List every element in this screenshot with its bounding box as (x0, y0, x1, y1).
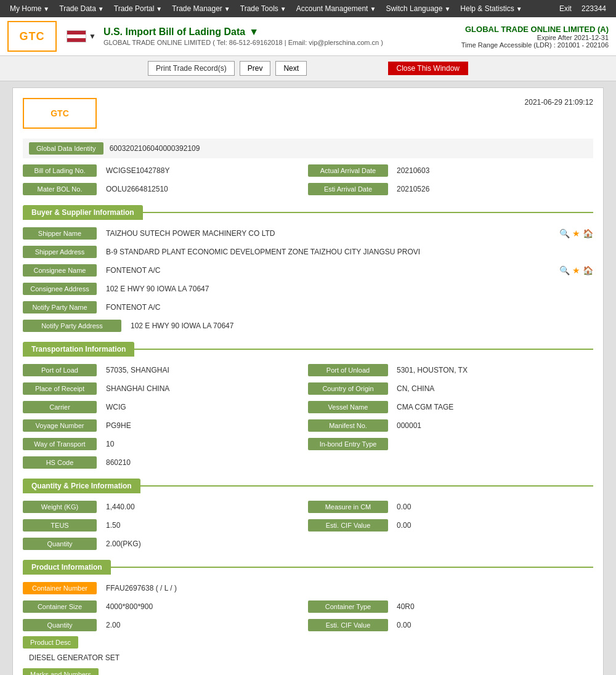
country-origin-value: CN, CHINA (393, 382, 593, 395)
chevron-down-icon: ▼ (43, 6, 49, 12)
bol-label: Bill of Lading No. (23, 164, 97, 177)
shipper-address-row: Shipper Address B-9 STANDARD PLANT ECONO… (23, 245, 593, 259)
home-icon[interactable]: 🏠 (583, 265, 593, 275)
card-header: GTC 2021-06-29 21:09:12 (23, 98, 593, 129)
quantity-label: Quantity (23, 538, 97, 550)
vessel-name-label: Vessel Name (308, 401, 388, 413)
top-action-bar: Print Trade Record(s) Prev Next Close Th… (0, 56, 616, 81)
manifest-no-value: 000001 (393, 419, 593, 432)
consignee-address-row: Consignee Address 102 E HWY 90 IOWA LA 7… (23, 281, 593, 296)
flag-area[interactable]: ▼ (67, 30, 96, 42)
consignee-name-label: Consignee Name (23, 264, 97, 277)
container-size-row: Container Size 4000*800*900 Container Ty… (23, 599, 593, 614)
product-quantity-row: Quantity 2.00 Esti. CIF Value 0.00 (23, 618, 593, 633)
shipper-name-value: TAIZHOU SUTECH POWER MACHINERY CO LTD (102, 226, 554, 241)
nav-account-management[interactable]: Account Management ▼ (291, 0, 381, 17)
search-icon[interactable]: 🔍 (559, 265, 570, 275)
notify-party-address-label: Notify Party Address (23, 320, 121, 332)
logo-text: GTC (20, 30, 45, 43)
print-button[interactable]: Print Trade Record(s) (148, 61, 235, 76)
nav-help-statistics[interactable]: Help & Statistics ▼ (455, 0, 527, 17)
shipper-icons: 🔍 ★ 🏠 (559, 228, 593, 238)
global-data-value: 6003202106040000392109 (110, 144, 200, 153)
consignee-address-label: Consignee Address (23, 283, 97, 295)
quantity-value: 2.00(PKG) (102, 536, 593, 551)
container-type-label: Container Type (308, 600, 388, 613)
port-load-value: 57035, SHANGHAI (102, 363, 303, 378)
logo-area: GTC (7, 21, 57, 52)
carrier-row: Carrier WCIG Vessel Name CMA CGM TAGE (23, 400, 593, 414)
company-logo: GTC (7, 21, 57, 52)
record-card: GTC 2021-06-29 21:09:12 Global Data Iden… (12, 87, 604, 675)
port-unload-label: Port of Unload (308, 364, 388, 376)
top-navigation: My Home ▼ Trade Data ▼ Trade Portal ▼ Tr… (0, 0, 616, 17)
expire-info: Expire After 2021-12-31 (461, 34, 609, 41)
card-logo: GTC (23, 98, 97, 129)
notify-party-name-row: Notify Party Name FONTENOT A/C (23, 300, 593, 315)
chevron-down-icon: ▼ (156, 6, 162, 12)
main-content: GTC 2021-06-29 21:09:12 Global Data Iden… (0, 81, 616, 675)
voyage-number-value: PG9HE (102, 418, 303, 433)
shipper-address-value: B-9 STANDARD PLANT ECONOMIC DEVELOPMENT … (102, 245, 593, 259)
header-title-area: U.S. Import Bill of Lading Data ▼ GLOBAL… (103, 26, 461, 46)
container-number-row: Container Number FFAU2697638 ( / L / ) (23, 581, 593, 596)
home-icon[interactable]: 🏠 (583, 228, 593, 238)
notify-party-address-value: 102 E HWY 90 IOWA LA 70647 (126, 318, 593, 333)
chevron-down-icon: ▼ (444, 6, 450, 12)
marks-numbers-section: Marks and Numbers NO MARKS (23, 668, 593, 675)
next-button[interactable]: Next (275, 61, 307, 76)
consignee-address-value: 102 E HWY 90 IOWA LA 70647 (102, 281, 593, 296)
transport-row: Way of Transport 10 In-bond Entry Type (23, 437, 593, 451)
container-size-label: Container Size (23, 600, 97, 613)
nav-trade-manager[interactable]: Trade Manager ▼ (167, 0, 235, 17)
nav-switch-language[interactable]: Switch Language ▼ (381, 0, 455, 17)
nav-exit[interactable]: Exit (554, 0, 577, 17)
notify-party-name-value: FONTENOT A/C (102, 300, 593, 315)
port-load-row: Port of Load 57035, SHANGHAI Port of Unl… (23, 363, 593, 378)
product-quantity-label: Quantity (23, 619, 97, 631)
weight-kg-label: Weight (KG) (23, 501, 97, 513)
port-unload-value: 5301, HOUSTON, TX (393, 363, 593, 377)
section-divider (134, 349, 593, 350)
page-title: U.S. Import Bill of Lading Data ▼ (103, 26, 461, 38)
place-receipt-row: Place of Receipt SHANGHAI CHINA Country … (23, 381, 593, 396)
nav-trade-tools[interactable]: Trade Tools ▼ (235, 0, 291, 17)
quantity-section-header: Quantity & Price Information (23, 479, 593, 493)
product-desc-value: DIESEL GENERATOR SET (23, 651, 593, 665)
search-icon[interactable]: 🔍 (559, 228, 570, 238)
measure-cm-label: Measure in CM (308, 501, 388, 513)
shipper-address-label: Shipper Address (23, 246, 97, 258)
page-header: GTC ▼ U.S. Import Bill of Lading Data ▼ … (0, 17, 616, 56)
way-transport-value: 10 (102, 437, 303, 451)
place-receipt-value: SHANGHAI CHINA (102, 381, 303, 396)
header-right: GLOBAL TRADE ONLINE LIMITED (A) Expire A… (461, 25, 609, 49)
nav-trade-portal[interactable]: Trade Portal ▼ (109, 0, 168, 17)
nav-trade-data[interactable]: Trade Data ▼ (54, 0, 109, 17)
measure-cm-value: 0.00 (393, 500, 593, 514)
company-name: GLOBAL TRADE ONLINE LIMITED (A) (461, 25, 609, 34)
in-bond-value (393, 442, 593, 447)
bol-value: WCIGSE1042788Y (102, 163, 303, 178)
esti-arrival-value: 20210526 (393, 182, 593, 196)
esti-cif-value: 0.00 (393, 519, 593, 532)
port-load-label: Port of Load (23, 364, 97, 376)
global-data-label: Global Data Identity (29, 142, 103, 155)
teus-value: 1.50 (102, 518, 303, 533)
close-window-button[interactable]: Close This Window (388, 62, 468, 75)
shipper-name-row: Shipper Name TAIZHOU SUTECH POWER MACHIN… (23, 226, 593, 241)
vessel-name-value: CMA CGM TAGE (393, 400, 593, 414)
user-id: 223344 (577, 4, 611, 13)
carrier-value: WCIG (102, 400, 303, 414)
product-section-header: Product Information (23, 560, 593, 575)
star-icon[interactable]: ★ (572, 228, 580, 238)
mater-bol-label: Mater BOL No. (23, 183, 97, 195)
product-quantity-value: 2.00 (102, 618, 303, 633)
shipper-name-label: Shipper Name (23, 227, 97, 240)
mater-bol-row: Mater BOL No. OOLU2664812510 Esti Arriva… (23, 182, 593, 196)
global-data-row: Global Data Identity 6003202106040000392… (23, 139, 593, 158)
section-divider (140, 485, 593, 487)
prev-button[interactable]: Prev (240, 61, 271, 76)
star-icon[interactable]: ★ (572, 265, 580, 275)
consignee-name-row: Consignee Name FONTENOT A/C 🔍 ★ 🏠 (23, 263, 593, 278)
nav-my-home[interactable]: My Home ▼ (5, 0, 54, 17)
